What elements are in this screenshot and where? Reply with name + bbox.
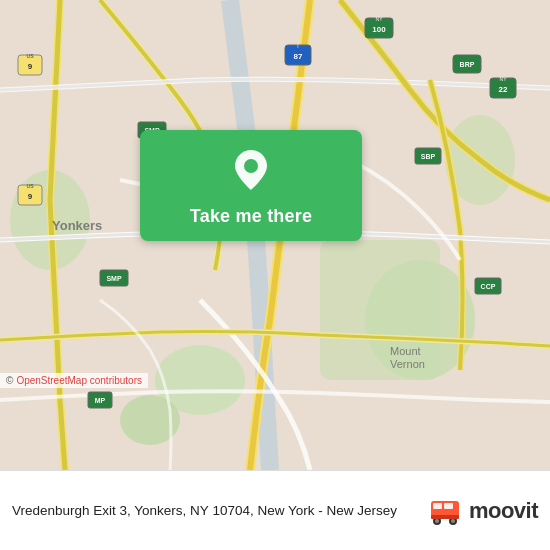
svg-point-46: [451, 519, 455, 523]
moovit-bus-icon: [427, 493, 463, 529]
svg-text:MP: MP: [95, 397, 106, 404]
take-me-there-label: Take me there: [190, 206, 312, 227]
svg-text:Yonkers: Yonkers: [52, 218, 102, 233]
svg-text:BRP: BRP: [460, 61, 475, 68]
svg-text:100: 100: [372, 25, 386, 34]
location-info: Vredenburgh Exit 3, Yonkers, NY 10704, N…: [12, 501, 427, 521]
svg-text:US: US: [27, 183, 35, 189]
location-name: Vredenburgh Exit 3, Yonkers, NY 10704, N…: [12, 503, 397, 518]
bottom-bar: Vredenburgh Exit 3, Yonkers, NY 10704, N…: [0, 470, 550, 550]
svg-text:SMP: SMP: [106, 275, 122, 282]
moovit-brand-name: moovit: [469, 498, 538, 524]
svg-rect-42: [444, 503, 453, 509]
copyright-bar: © OpenStreetMap contributors: [0, 373, 148, 388]
svg-text:9: 9: [28, 192, 33, 201]
svg-text:Vernon: Vernon: [390, 358, 425, 370]
svg-text:SBP: SBP: [421, 153, 436, 160]
svg-rect-41: [433, 503, 442, 509]
moovit-logo: moovit: [427, 493, 538, 529]
svg-point-39: [244, 159, 258, 173]
svg-text:87: 87: [294, 52, 303, 61]
svg-text:CCP: CCP: [481, 283, 496, 290]
svg-rect-47: [431, 515, 459, 519]
svg-text:NY: NY: [500, 76, 508, 82]
svg-text:Mount: Mount: [390, 345, 421, 357]
svg-text:US: US: [27, 53, 35, 59]
svg-text:I: I: [297, 43, 298, 49]
openstreetmap-link[interactable]: OpenStreetMap contributors: [16, 375, 142, 386]
svg-text:9: 9: [28, 62, 33, 71]
svg-point-44: [435, 519, 439, 523]
map-container: 9 US 9 US 87 I 100 NY 22 NY BRP SMP SMP …: [0, 0, 550, 470]
svg-text:22: 22: [499, 85, 508, 94]
svg-text:NY: NY: [376, 16, 384, 22]
take-me-there-button[interactable]: Take me there: [140, 130, 362, 241]
copyright-symbol: ©: [6, 375, 13, 386]
location-pin-icon: [233, 148, 269, 196]
